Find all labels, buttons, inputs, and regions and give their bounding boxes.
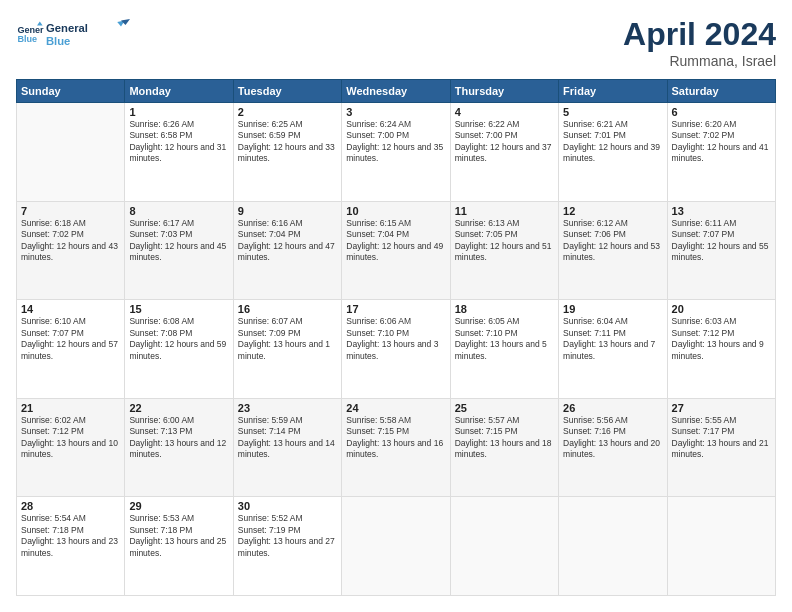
day-info: Sunrise: 6:12 AMSunset: 7:06 PMDaylight:… xyxy=(563,218,662,264)
calendar-cell: 21Sunrise: 6:02 AMSunset: 7:12 PMDayligh… xyxy=(17,398,125,497)
weekday-header-monday: Monday xyxy=(125,80,233,103)
day-number: 22 xyxy=(129,402,228,414)
calendar-cell: 26Sunrise: 5:56 AMSunset: 7:16 PMDayligh… xyxy=(559,398,667,497)
calendar-cell xyxy=(559,497,667,596)
calendar-cell xyxy=(342,497,450,596)
day-number: 29 xyxy=(129,500,228,512)
svg-text:General: General xyxy=(17,25,44,35)
calendar-cell: 4Sunrise: 6:22 AMSunset: 7:00 PMDaylight… xyxy=(450,103,558,202)
day-info: Sunrise: 5:58 AMSunset: 7:15 PMDaylight:… xyxy=(346,415,445,461)
day-info: Sunrise: 6:08 AMSunset: 7:08 PMDaylight:… xyxy=(129,316,228,362)
day-info: Sunrise: 6:05 AMSunset: 7:10 PMDaylight:… xyxy=(455,316,554,362)
calendar-cell: 6Sunrise: 6:20 AMSunset: 7:02 PMDaylight… xyxy=(667,103,775,202)
day-number: 18 xyxy=(455,303,554,315)
day-number: 15 xyxy=(129,303,228,315)
calendar-week-row: 28Sunrise: 5:54 AMSunset: 7:18 PMDayligh… xyxy=(17,497,776,596)
month-title: April 2024 xyxy=(623,16,776,53)
calendar-cell: 11Sunrise: 6:13 AMSunset: 7:05 PMDayligh… xyxy=(450,201,558,300)
day-number: 11 xyxy=(455,205,554,217)
day-info: Sunrise: 6:13 AMSunset: 7:05 PMDaylight:… xyxy=(455,218,554,264)
day-number: 28 xyxy=(21,500,120,512)
day-info: Sunrise: 5:53 AMSunset: 7:18 PMDaylight:… xyxy=(129,513,228,559)
day-number: 17 xyxy=(346,303,445,315)
day-info: Sunrise: 5:52 AMSunset: 7:19 PMDaylight:… xyxy=(238,513,337,559)
day-info: Sunrise: 6:21 AMSunset: 7:01 PMDaylight:… xyxy=(563,119,662,165)
day-info: Sunrise: 6:07 AMSunset: 7:09 PMDaylight:… xyxy=(238,316,337,362)
calendar-cell: 23Sunrise: 5:59 AMSunset: 7:14 PMDayligh… xyxy=(233,398,341,497)
weekday-header-tuesday: Tuesday xyxy=(233,80,341,103)
day-number: 2 xyxy=(238,106,337,118)
calendar-cell: 29Sunrise: 5:53 AMSunset: 7:18 PMDayligh… xyxy=(125,497,233,596)
weekday-header-thursday: Thursday xyxy=(450,80,558,103)
calendar-cell: 10Sunrise: 6:15 AMSunset: 7:04 PMDayligh… xyxy=(342,201,450,300)
calendar-table: SundayMondayTuesdayWednesdayThursdayFrid… xyxy=(16,79,776,596)
calendar-cell: 28Sunrise: 5:54 AMSunset: 7:18 PMDayligh… xyxy=(17,497,125,596)
day-info: Sunrise: 6:25 AMSunset: 6:59 PMDaylight:… xyxy=(238,119,337,165)
day-info: Sunrise: 6:10 AMSunset: 7:07 PMDaylight:… xyxy=(21,316,120,362)
svg-text:General: General xyxy=(46,22,88,34)
day-number: 4 xyxy=(455,106,554,118)
weekday-header-wednesday: Wednesday xyxy=(342,80,450,103)
calendar-cell: 2Sunrise: 6:25 AMSunset: 6:59 PMDaylight… xyxy=(233,103,341,202)
logo-bird-icon: General Blue xyxy=(46,16,136,52)
day-number: 3 xyxy=(346,106,445,118)
day-number: 12 xyxy=(563,205,662,217)
day-number: 30 xyxy=(238,500,337,512)
day-info: Sunrise: 6:11 AMSunset: 7:07 PMDaylight:… xyxy=(672,218,771,264)
calendar-cell: 5Sunrise: 6:21 AMSunset: 7:01 PMDaylight… xyxy=(559,103,667,202)
weekday-header-saturday: Saturday xyxy=(667,80,775,103)
day-info: Sunrise: 6:16 AMSunset: 7:04 PMDaylight:… xyxy=(238,218,337,264)
calendar-cell: 1Sunrise: 6:26 AMSunset: 6:58 PMDaylight… xyxy=(125,103,233,202)
day-info: Sunrise: 6:15 AMSunset: 7:04 PMDaylight:… xyxy=(346,218,445,264)
calendar-week-row: 1Sunrise: 6:26 AMSunset: 6:58 PMDaylight… xyxy=(17,103,776,202)
day-number: 21 xyxy=(21,402,120,414)
day-info: Sunrise: 6:18 AMSunset: 7:02 PMDaylight:… xyxy=(21,218,120,264)
calendar-cell: 13Sunrise: 6:11 AMSunset: 7:07 PMDayligh… xyxy=(667,201,775,300)
day-number: 13 xyxy=(672,205,771,217)
calendar-week-row: 7Sunrise: 6:18 AMSunset: 7:02 PMDaylight… xyxy=(17,201,776,300)
day-info: Sunrise: 6:24 AMSunset: 7:00 PMDaylight:… xyxy=(346,119,445,165)
day-number: 10 xyxy=(346,205,445,217)
logo: General Blue General Blue xyxy=(16,16,136,52)
calendar-cell: 25Sunrise: 5:57 AMSunset: 7:15 PMDayligh… xyxy=(450,398,558,497)
day-number: 5 xyxy=(563,106,662,118)
calendar-week-row: 21Sunrise: 6:02 AMSunset: 7:12 PMDayligh… xyxy=(17,398,776,497)
day-number: 20 xyxy=(672,303,771,315)
calendar-cell: 12Sunrise: 6:12 AMSunset: 7:06 PMDayligh… xyxy=(559,201,667,300)
day-info: Sunrise: 5:54 AMSunset: 7:18 PMDaylight:… xyxy=(21,513,120,559)
calendar-cell: 22Sunrise: 6:00 AMSunset: 7:13 PMDayligh… xyxy=(125,398,233,497)
calendar-cell: 20Sunrise: 6:03 AMSunset: 7:12 PMDayligh… xyxy=(667,300,775,399)
day-number: 14 xyxy=(21,303,120,315)
calendar-week-row: 14Sunrise: 6:10 AMSunset: 7:07 PMDayligh… xyxy=(17,300,776,399)
calendar-cell: 8Sunrise: 6:17 AMSunset: 7:03 PMDaylight… xyxy=(125,201,233,300)
calendar-cell: 19Sunrise: 6:04 AMSunset: 7:11 PMDayligh… xyxy=(559,300,667,399)
day-number: 6 xyxy=(672,106,771,118)
calendar-cell: 24Sunrise: 5:58 AMSunset: 7:15 PMDayligh… xyxy=(342,398,450,497)
day-info: Sunrise: 6:02 AMSunset: 7:12 PMDaylight:… xyxy=(21,415,120,461)
day-info: Sunrise: 6:04 AMSunset: 7:11 PMDaylight:… xyxy=(563,316,662,362)
day-number: 23 xyxy=(238,402,337,414)
day-info: Sunrise: 6:00 AMSunset: 7:13 PMDaylight:… xyxy=(129,415,228,461)
day-info: Sunrise: 6:03 AMSunset: 7:12 PMDaylight:… xyxy=(672,316,771,362)
day-info: Sunrise: 6:26 AMSunset: 6:58 PMDaylight:… xyxy=(129,119,228,165)
day-number: 9 xyxy=(238,205,337,217)
header: General Blue General Blue April 2024 Rum… xyxy=(16,16,776,69)
weekday-header-friday: Friday xyxy=(559,80,667,103)
day-info: Sunrise: 6:17 AMSunset: 7:03 PMDaylight:… xyxy=(129,218,228,264)
svg-text:Blue: Blue xyxy=(17,34,37,44)
calendar-cell xyxy=(17,103,125,202)
day-info: Sunrise: 6:06 AMSunset: 7:10 PMDaylight:… xyxy=(346,316,445,362)
calendar-cell: 3Sunrise: 6:24 AMSunset: 7:00 PMDaylight… xyxy=(342,103,450,202)
weekday-header-sunday: Sunday xyxy=(17,80,125,103)
calendar-cell: 27Sunrise: 5:55 AMSunset: 7:17 PMDayligh… xyxy=(667,398,775,497)
day-info: Sunrise: 6:22 AMSunset: 7:00 PMDaylight:… xyxy=(455,119,554,165)
day-info: Sunrise: 5:55 AMSunset: 7:17 PMDaylight:… xyxy=(672,415,771,461)
day-number: 24 xyxy=(346,402,445,414)
day-number: 1 xyxy=(129,106,228,118)
calendar-cell xyxy=(450,497,558,596)
day-info: Sunrise: 5:59 AMSunset: 7:14 PMDaylight:… xyxy=(238,415,337,461)
day-number: 25 xyxy=(455,402,554,414)
day-number: 26 xyxy=(563,402,662,414)
page: General Blue General Blue April 2024 Rum… xyxy=(0,0,792,612)
calendar-cell: 14Sunrise: 6:10 AMSunset: 7:07 PMDayligh… xyxy=(17,300,125,399)
